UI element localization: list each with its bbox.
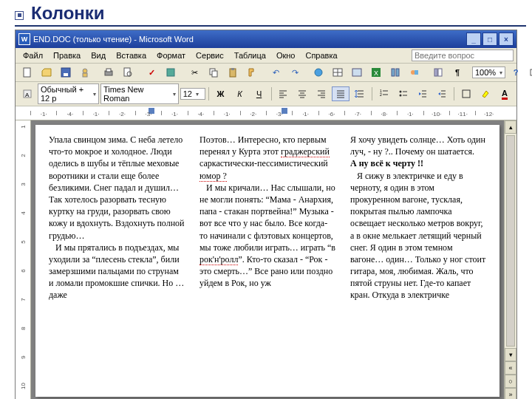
titlebar: W END.DOC (только чтение) - Microsoft Wo… — [16, 30, 516, 48]
svg-rect-2 — [64, 73, 68, 76]
help-icon[interactable]: ? — [507, 65, 525, 80]
svg-rect-6 — [106, 69, 111, 72]
increase-indent-icon[interactable] — [433, 86, 451, 101]
svg-rect-18 — [352, 69, 361, 76]
align-center-icon[interactable] — [293, 86, 311, 101]
svg-text:X: X — [374, 69, 378, 77]
show-marks-icon[interactable]: ¶ — [449, 65, 466, 80]
preview-icon[interactable] — [119, 65, 137, 80]
research-icon[interactable] — [162, 65, 180, 80]
svg-point-14 — [315, 69, 322, 76]
svg-rect-64 — [463, 90, 470, 98]
styles-pane-icon[interactable]: A — [18, 86, 36, 101]
minimize-button[interactable]: _ — [466, 33, 481, 46]
docmap-icon[interactable] — [429, 65, 447, 80]
svg-rect-9 — [167, 69, 174, 76]
svg-text:2: 2 — [380, 92, 382, 97]
save-icon[interactable] — [57, 65, 75, 80]
svg-point-54 — [400, 91, 402, 93]
decrease-indent-icon[interactable] — [414, 86, 432, 101]
bold-icon[interactable]: Ж — [212, 86, 230, 101]
svg-rect-13 — [231, 68, 234, 70]
menu-tools[interactable]: Сервис — [191, 50, 228, 61]
maximize-button[interactable]: □ — [482, 33, 497, 46]
standard-toolbar: ✓ ✂ ↶ ↷ X ¶ 100% ? — [16, 64, 516, 82]
svg-point-3 — [83, 69, 87, 73]
print-icon[interactable] — [100, 65, 117, 80]
align-right-icon[interactable] — [313, 86, 330, 101]
next-page-icon[interactable]: » — [505, 388, 516, 399]
vertical-ruler[interactable]: 12345678910 — [16, 120, 31, 399]
menu-help[interactable]: Справка — [301, 50, 341, 61]
window-title: END.DOC (только чтение) - Microsoft Word — [33, 35, 194, 44]
app-icon: W — [18, 33, 30, 45]
browse-object-icon[interactable]: ○ — [505, 375, 516, 388]
help-search[interactable] — [412, 50, 514, 61]
svg-rect-4 — [83, 73, 87, 77]
scroll-up-icon[interactable]: ▴ — [505, 120, 516, 134]
menu-file[interactable]: Файл — [18, 50, 47, 61]
column-1: Упала свинцом зима. С неба летело что-то… — [49, 134, 185, 388]
align-justify-icon[interactable] — [332, 86, 349, 101]
spell-error: граджерский — [281, 146, 330, 157]
menu-format[interactable]: Формат — [152, 50, 190, 61]
menu-edit[interactable]: Правка — [49, 50, 85, 61]
hyperlink-icon[interactable] — [310, 65, 327, 80]
svg-rect-24 — [415, 70, 418, 75]
svg-rect-11 — [212, 71, 217, 77]
copy-icon[interactable] — [205, 65, 222, 80]
italic-icon[interactable]: К — [231, 86, 249, 101]
align-left-icon[interactable] — [274, 86, 292, 101]
menu-insert[interactable]: Вставка — [112, 50, 151, 61]
read-icon[interactable] — [526, 65, 532, 80]
numbered-list-icon[interactable]: 12 — [375, 86, 393, 101]
menu-view[interactable]: Вид — [86, 50, 110, 61]
svg-rect-22 — [396, 69, 399, 76]
separator — [271, 87, 272, 100]
bullet-icon — [15, 11, 24, 20]
insert-table-icon[interactable] — [348, 65, 366, 80]
open-icon[interactable] — [38, 65, 55, 80]
size-dropdown[interactable]: 12 — [180, 88, 205, 100]
excel-icon[interactable]: X — [367, 65, 385, 80]
line-spacing-icon[interactable] — [351, 86, 369, 101]
font-dropdown[interactable]: Times New Roman — [100, 83, 179, 104]
vertical-scrollbar[interactable]: ▴ ▾ « ○ » — [504, 120, 516, 399]
svg-rect-26 — [438, 69, 442, 76]
underline-icon[interactable]: Ч — [250, 86, 268, 101]
new-doc-icon[interactable] — [18, 65, 36, 80]
style-dropdown[interactable]: Обычный + 12 p — [38, 83, 99, 104]
menu-window[interactable]: Окно — [272, 50, 300, 61]
font-color-icon[interactable]: A — [496, 86, 514, 101]
bulleted-list-icon[interactable] — [395, 86, 412, 101]
prev-page-icon[interactable]: « — [505, 361, 516, 375]
close-button[interactable]: × — [499, 33, 514, 46]
separator — [208, 87, 209, 100]
menubar: Файл Правка Вид Вставка Формат Сервис Та… — [16, 48, 516, 64]
separator — [454, 87, 454, 100]
word-window: W END.DOC (только чтение) - Microsoft Wo… — [15, 30, 517, 399]
borders-icon[interactable] — [457, 86, 475, 101]
zoom-dropdown[interactable]: 100% — [472, 66, 505, 78]
redo-icon[interactable]: ↷ — [286, 65, 304, 80]
svg-rect-25 — [434, 69, 437, 76]
spellcheck-icon[interactable]: ✓ — [143, 65, 160, 80]
paste-icon[interactable] — [224, 65, 242, 80]
format-painter-icon[interactable] — [243, 65, 261, 80]
highlight-icon[interactable] — [477, 86, 494, 101]
undo-icon[interactable]: ↶ — [267, 65, 284, 80]
drawing-icon[interactable] — [406, 65, 423, 80]
document-page[interactable]: Упала свинцом зима. С неба летело что-то… — [35, 125, 499, 397]
tables-icon[interactable] — [329, 65, 347, 80]
columns-icon[interactable] — [386, 65, 404, 80]
spell-error: рок'н'ролл — [200, 254, 238, 265]
horizontal-ruler[interactable]: ·1··4· ·1··2· ·3··1· ·4··1· ·2··3· ·1··6… — [16, 106, 516, 120]
scroll-thumb[interactable] — [506, 135, 515, 347]
column-2: Поэтов… Интересно, кто первым перенял у … — [200, 134, 335, 388]
permissions-icon[interactable] — [76, 65, 94, 80]
separator — [372, 87, 372, 100]
help-search-input[interactable] — [412, 50, 514, 61]
menu-table[interactable]: Таблица — [230, 50, 270, 61]
cut-icon[interactable]: ✂ — [185, 65, 203, 80]
scroll-down-icon[interactable]: ▾ — [505, 348, 516, 361]
